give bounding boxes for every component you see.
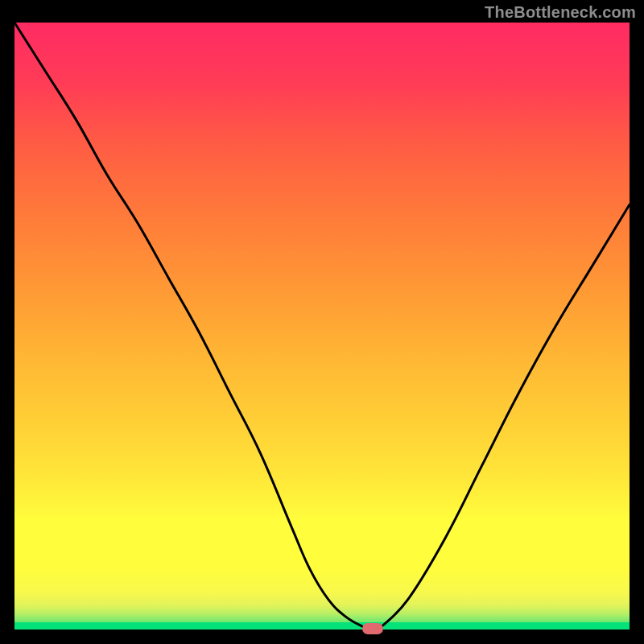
bottleneck-curve: [14, 23, 630, 630]
curve-path: [14, 23, 630, 628]
optimum-marker: [362, 623, 383, 634]
plot-area: [14, 23, 630, 630]
watermark-text: TheBottleneck.com: [485, 3, 636, 22]
chart-frame: TheBottleneck.com: [0, 0, 644, 644]
